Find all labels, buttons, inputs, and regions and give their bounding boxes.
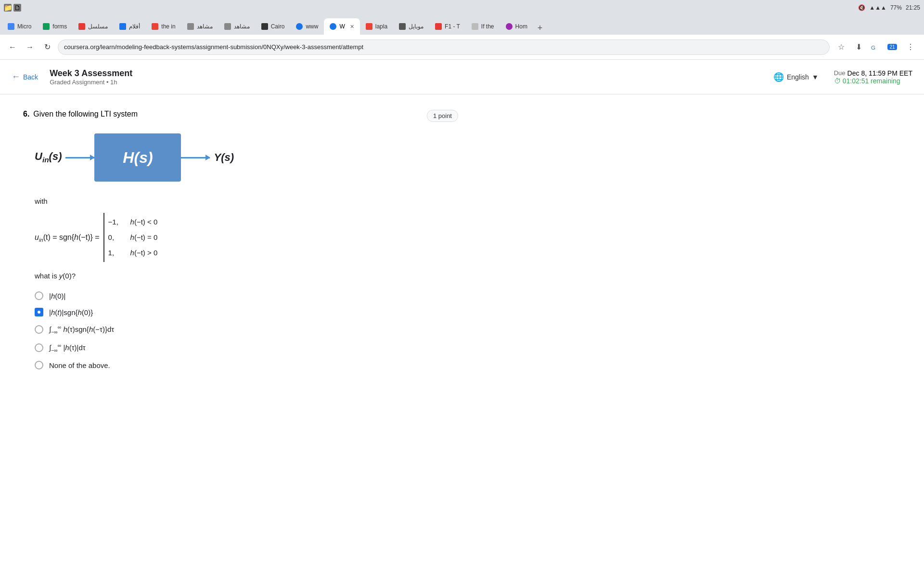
radio-2[interactable] bbox=[35, 308, 43, 316]
brace-row-1: −1, h(−t) < 0 bbox=[108, 215, 158, 229]
tab-micro[interactable]: Micro bbox=[2, 18, 37, 35]
tab-the-in[interactable]: the in bbox=[146, 18, 181, 35]
tab-favicon-if-the bbox=[472, 23, 478, 30]
assignment-title: Week 3 Assessment bbox=[50, 68, 132, 79]
notification-badge: 21 bbox=[887, 44, 897, 50]
tab-w-active[interactable]: W ✕ bbox=[324, 18, 359, 35]
tab-close-w-active[interactable]: ✕ bbox=[350, 24, 354, 30]
menu-button[interactable]: ⋮ bbox=[903, 39, 918, 55]
math-equation: uin(t) = sgn{h(−t)} = −1, h(−t) < 0 0, h… bbox=[35, 213, 458, 262]
toolbar-icons: ☆ ⬇ G 21 ⋮ bbox=[834, 39, 918, 55]
option-1[interactable]: |h(0)| bbox=[35, 288, 458, 304]
tab-favicon-www bbox=[296, 23, 303, 30]
tab-if-the[interactable]: If the bbox=[466, 18, 500, 35]
tab-f1[interactable]: F1 - T bbox=[429, 18, 466, 35]
badge-button[interactable]: 21 bbox=[886, 39, 901, 55]
question-ask: what is y(0)? bbox=[35, 272, 458, 280]
radio-5[interactable] bbox=[35, 361, 43, 369]
tab-favicon-the-in bbox=[152, 23, 158, 30]
brace-val-2: 0, bbox=[108, 230, 123, 245]
tab-label-mashahid2: مشاهد bbox=[234, 23, 250, 30]
tab-label-www: www bbox=[306, 23, 318, 30]
tab-mashahid2[interactable]: مشاهد bbox=[218, 18, 256, 35]
refresh-button[interactable]: ↻ bbox=[40, 40, 54, 54]
download-button[interactable]: ⬇ bbox=[851, 39, 866, 55]
timer: ⏱ 01:02:51 remaining bbox=[834, 77, 912, 85]
language-selector[interactable]: 🌐 English ▼ bbox=[773, 72, 819, 82]
radio-3[interactable] bbox=[35, 325, 43, 334]
tab-mobile[interactable]: موبايل bbox=[393, 18, 429, 35]
tab-favicon-w-active bbox=[330, 23, 336, 30]
tab-label-w-active: W bbox=[339, 23, 345, 30]
tab-label-hom: Hom bbox=[515, 23, 527, 30]
tab-label-f1: F1 - T bbox=[445, 23, 460, 30]
options-list: |h(0)| |h(t)|sgn{h(0)} ∫−∞∞ h(τ)sgn{h(−τ… bbox=[35, 288, 458, 373]
tab-www[interactable]: www bbox=[290, 18, 324, 35]
tab-cairo[interactable]: Cairo bbox=[256, 18, 291, 35]
tab-label-serial: مسلسل bbox=[88, 23, 108, 30]
bookmark-button[interactable]: ☆ bbox=[834, 39, 849, 55]
tab-favicon-mashahid2 bbox=[224, 23, 231, 30]
globe-icon: 🌐 bbox=[773, 72, 784, 82]
due-section: Due Dec 8, 11:59 PM EET ⏱ 01:02:51 remai… bbox=[834, 69, 912, 85]
assignment-info: Week 3 Assessment Graded Assignment • 1h bbox=[50, 68, 132, 86]
folder-icon: 📁 bbox=[4, 4, 12, 12]
clock: 21:25 bbox=[906, 4, 920, 11]
diagram-output-label: Y(s) bbox=[214, 151, 234, 164]
timer-value: 01:02:51 remaining bbox=[843, 77, 900, 85]
option-5[interactable]: None of the above. bbox=[35, 357, 458, 373]
with-text: with bbox=[35, 197, 458, 205]
option-4[interactable]: ∫−∞∞ |h(τ)|dτ bbox=[35, 339, 458, 357]
new-tab-button[interactable]: + bbox=[533, 21, 547, 35]
question-text: Given the following LTI system bbox=[33, 110, 138, 118]
tab-label-the-in: the in bbox=[161, 23, 175, 30]
back-button[interactable]: ← bbox=[6, 40, 19, 54]
equation-block: uin(t) = sgn{h(−t)} = −1, h(−t) < 0 0, h… bbox=[35, 213, 458, 262]
diagram-box: H(s) bbox=[94, 133, 181, 182]
tab-favicon-mobile bbox=[399, 23, 406, 30]
option-label-1: |h(0)| bbox=[49, 292, 65, 300]
tab-label-laplace: lapla bbox=[375, 23, 387, 30]
file-icon: 🗋 bbox=[13, 4, 21, 12]
brace-cond-2: h(−t) = 0 bbox=[130, 230, 158, 245]
addressbar: ← → ↻ ☆ ⬇ G 21 ⋮ bbox=[0, 35, 924, 60]
tab-favicon-cairo bbox=[261, 23, 268, 30]
tab-serial[interactable]: مسلسل bbox=[73, 18, 114, 35]
radio-4[interactable] bbox=[35, 343, 43, 352]
input-arrow bbox=[65, 157, 94, 158]
language-label: English bbox=[787, 73, 809, 81]
assignment-subtitle: Graded Assignment • 1h bbox=[50, 79, 132, 86]
radio-1[interactable] bbox=[35, 291, 43, 300]
forward-button[interactable]: → bbox=[23, 40, 37, 54]
diagram-box-label: H(s) bbox=[123, 149, 153, 167]
tab-hom[interactable]: Hom bbox=[500, 18, 533, 35]
option-label-5: None of the above. bbox=[49, 361, 110, 369]
page-header: ← Back Week 3 Assessment Graded Assignme… bbox=[0, 60, 924, 94]
back-link[interactable]: ← Back bbox=[12, 72, 38, 82]
tab-forms[interactable]: forms bbox=[37, 18, 73, 35]
points-badge: 1 point bbox=[427, 110, 458, 122]
tab-laplace[interactable]: lapla bbox=[360, 18, 393, 35]
address-input[interactable] bbox=[58, 39, 830, 55]
timer-icon: ⏱ bbox=[834, 77, 841, 85]
brace-row-2: 0, h(−t) = 0 bbox=[108, 230, 158, 245]
tab-films[interactable]: أفلام bbox=[114, 18, 146, 35]
tab-mashahid1[interactable]: مشاهد bbox=[181, 18, 218, 35]
brace-cond-1: h(−t) < 0 bbox=[130, 215, 158, 229]
option-3[interactable]: ∫−∞∞ h(τ)sgn{h(−τ)}dτ bbox=[35, 320, 458, 339]
radio-2-inner bbox=[38, 311, 40, 314]
option-2[interactable]: |h(t)|sgn{h(0)} bbox=[35, 304, 458, 320]
tabbar: Micro forms مسلسل أفلام the in مشاهد مشا… bbox=[0, 15, 924, 35]
question-number: 6. bbox=[23, 110, 29, 118]
tab-favicon-micro bbox=[8, 23, 14, 30]
svg-text:G: G bbox=[871, 44, 875, 51]
translate-button[interactable]: G bbox=[868, 39, 884, 55]
output-arrow bbox=[181, 157, 210, 158]
tab-label-micro: Micro bbox=[17, 23, 31, 30]
tab-label-mobile: موبايل bbox=[409, 23, 424, 30]
tab-favicon-laplace bbox=[366, 23, 372, 30]
brace-system: −1, h(−t) < 0 0, h(−t) = 0 1, h(−t) > 0 bbox=[103, 213, 158, 262]
tab-favicon-mashahid1 bbox=[187, 23, 194, 30]
brace-row-3: 1, h(−t) > 0 bbox=[108, 246, 158, 260]
option-label-2: |h(t)|sgn{h(0)} bbox=[49, 308, 93, 316]
